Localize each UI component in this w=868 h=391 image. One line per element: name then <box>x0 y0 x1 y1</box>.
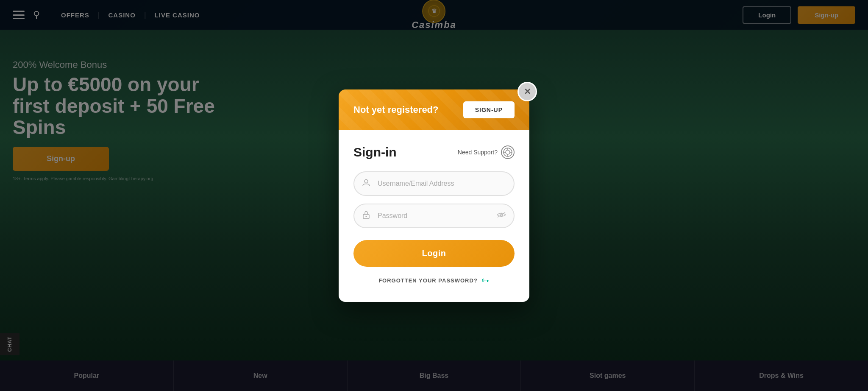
signin-modal: Not yet registered? SIGN-UP ✕ Sign-in Ne… <box>339 89 529 302</box>
modal-close-button[interactable]: ✕ <box>517 82 537 101</box>
modal-overlay: Not yet registered? SIGN-UP ✕ Sign-in Ne… <box>0 0 868 391</box>
password-input-group <box>353 204 515 228</box>
svg-point-10 <box>366 216 367 217</box>
username-input-group <box>353 171 515 196</box>
forgot-password-text[interactable]: FORGOTTEN YOUR PASSWORD? <box>378 277 478 284</box>
svg-point-8 <box>364 179 368 183</box>
support-link[interactable]: Need Support? <box>458 145 515 159</box>
modal-body: Sign-in Need Support? <box>339 130 529 302</box>
password-input[interactable] <box>353 204 515 228</box>
support-icon <box>501 145 515 159</box>
forgot-password-section: FORGOTTEN YOUR PASSWORD? 🗝 <box>353 276 515 285</box>
user-icon <box>362 178 370 189</box>
signin-header: Sign-in Need Support? <box>353 145 515 159</box>
close-icon: ✕ <box>524 87 531 97</box>
eye-icon[interactable] <box>497 211 506 220</box>
login-submit-button[interactable]: Login <box>353 240 515 267</box>
signin-title: Sign-in <box>353 145 397 159</box>
not-registered-text: Not yet registered? <box>353 104 439 115</box>
support-text: Need Support? <box>458 149 498 156</box>
modal-header: Not yet registered? SIGN-UP <box>339 89 529 130</box>
key-icon: 🗝 <box>482 276 490 285</box>
username-input[interactable] <box>353 171 515 196</box>
svg-point-3 <box>506 150 510 154</box>
lock-icon <box>362 210 370 221</box>
modal-signup-button[interactable]: SIGN-UP <box>463 101 515 118</box>
